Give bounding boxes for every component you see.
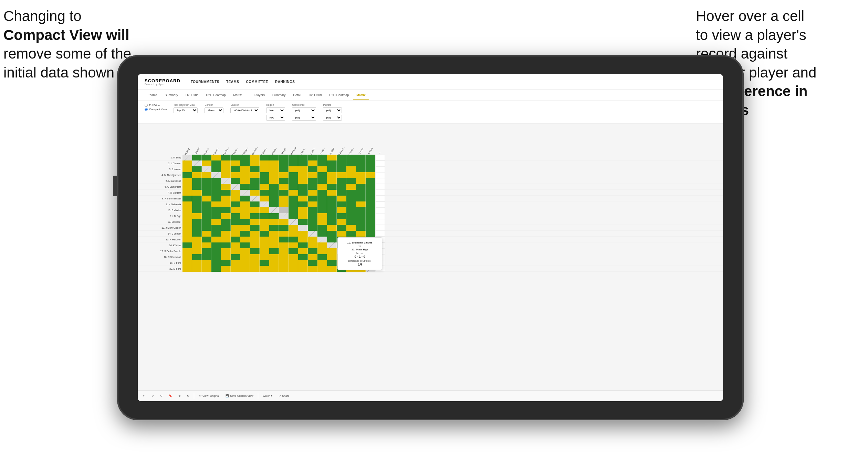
matrix-cell-8-9[interactable]: [269, 201, 279, 207]
matrix-cell-18-1[interactable]: [192, 260, 202, 266]
matrix-cell-17-15[interactable]: [327, 254, 337, 260]
matrix-cell-9-6[interactable]: [240, 207, 250, 213]
matrix-cell-5-20[interactable]: [375, 184, 385, 190]
matrix-cell-4-16[interactable]: [337, 178, 346, 184]
matrix-cell-13-7[interactable]: [250, 231, 260, 237]
matrix-cell-7-19[interactable]: [366, 196, 375, 201]
matrix-cell-7-6[interactable]: [240, 196, 250, 201]
matrix-cell-18-2[interactable]: [202, 260, 211, 266]
matrix-cell-12-8[interactable]: [260, 225, 269, 231]
nav-rankings[interactable]: RANKINGS: [275, 79, 295, 85]
matrix-cell-1-5[interactable]: [231, 160, 240, 166]
matrix-cell-11-5[interactable]: [231, 219, 240, 225]
matrix-cell-9-19[interactable]: [366, 207, 375, 213]
matrix-cell-11-10[interactable]: [279, 219, 289, 225]
matrix-cell-5-10[interactable]: [279, 184, 289, 190]
matrix-cell-19-8[interactable]: [260, 266, 269, 272]
matrix-cell-18-8[interactable]: [260, 260, 269, 266]
matrix-cell-0-15[interactable]: [327, 155, 337, 160]
matrix-cell-19-1[interactable]: [192, 266, 202, 272]
matrix-cell-1-11[interactable]: [289, 160, 298, 166]
matrix-cell-7-14[interactable]: [317, 196, 327, 201]
filter-max-players-select[interactable]: Top 25: [174, 107, 198, 113]
matrix-cell-7-2[interactable]: [202, 196, 211, 201]
matrix-cell-7-16[interactable]: [337, 196, 346, 201]
matrix-cell-6-0[interactable]: [182, 190, 192, 196]
matrix-cell-6-4[interactable]: [221, 190, 231, 196]
matrix-cell-13-18[interactable]: [356, 231, 366, 237]
matrix-cell-17-6[interactable]: [240, 254, 250, 260]
matrix-cell-13-20[interactable]: [375, 231, 385, 237]
matrix-cell-0-14[interactable]: [317, 155, 327, 160]
settings-button[interactable]: ⚙: [185, 393, 191, 398]
matrix-cell-18-7[interactable]: [250, 260, 260, 266]
matrix-cell-8-17[interactable]: [346, 201, 356, 207]
matrix-cell-16-8[interactable]: [260, 248, 269, 254]
matrix-cell-19-4[interactable]: [221, 266, 231, 272]
matrix-cell-4-12[interactable]: [298, 178, 308, 184]
matrix-cell-1-0[interactable]: [182, 160, 192, 166]
matrix-cell-16-3[interactable]: [211, 248, 221, 254]
filter-region-select[interactable]: N/A: [266, 107, 285, 113]
matrix-cell-7-8[interactable]: [260, 196, 269, 201]
matrix-cell-7-7[interactable]: [250, 196, 260, 201]
matrix-cell-4-5[interactable]: [231, 178, 240, 184]
filter-players-select2[interactable]: (All): [323, 115, 342, 121]
matrix-cell-11-1[interactable]: [192, 219, 202, 225]
matrix-cell-4-17[interactable]: [346, 178, 356, 184]
filter-division-select[interactable]: NCAA Division I: [230, 107, 259, 113]
matrix-cell-1-10[interactable]: [279, 160, 289, 166]
matrix-cell-16-1[interactable]: [192, 248, 202, 254]
matrix-cell-17-10[interactable]: [279, 254, 289, 260]
matrix-cell-19-12[interactable]: [298, 266, 308, 272]
matrix-cell-13-8[interactable]: [260, 231, 269, 237]
matrix-cell-17-8[interactable]: [260, 254, 269, 260]
matrix-cell-10-20[interactable]: [375, 213, 385, 219]
matrix-cell-7-3[interactable]: [211, 196, 221, 201]
matrix-cell-11-7[interactable]: [250, 219, 260, 225]
matrix-cell-6-2[interactable]: [202, 190, 211, 196]
tab-matrix-inner[interactable]: Matrix: [353, 91, 369, 100]
matrix-cell-3-0[interactable]: [182, 172, 192, 178]
matrix-cell-10-8[interactable]: [260, 213, 269, 219]
matrix-cell-0-8[interactable]: [260, 155, 269, 160]
matrix-cell-4-7[interactable]: [250, 178, 260, 184]
matrix-cell-19-5[interactable]: [231, 266, 240, 272]
matrix-cell-12-12[interactable]: [298, 225, 308, 231]
matrix-cell-0-19[interactable]: [366, 155, 375, 160]
matrix-cell-5-8[interactable]: [260, 184, 269, 190]
matrix-cell-5-12[interactable]: [298, 184, 308, 190]
matrix-cell-14-10[interactable]: [279, 237, 289, 242]
matrix-cell-18-4[interactable]: [221, 260, 231, 266]
matrix-cell-15-7[interactable]: [250, 242, 260, 248]
matrix-cell-9-7[interactable]: [250, 207, 260, 213]
matrix-cell-13-4[interactable]: [221, 231, 231, 237]
matrix-cell-3-19[interactable]: [366, 172, 375, 178]
matrix-cell-12-13[interactable]: [308, 225, 317, 231]
matrix-cell-7-18[interactable]: [356, 196, 366, 201]
matrix-cell-13-15[interactable]: [327, 231, 337, 237]
matrix-cell-2-4[interactable]: [221, 166, 231, 172]
matrix-cell-18-15[interactable]: [327, 260, 337, 266]
matrix-cell-12-19[interactable]: [366, 225, 375, 231]
matrix-cell-12-17[interactable]: [346, 225, 356, 231]
matrix-cell-14-13[interactable]: [308, 237, 317, 242]
matrix-cell-14-1[interactable]: [192, 237, 202, 242]
matrix-cell-12-15[interactable]: [327, 225, 337, 231]
matrix-cell-11-3[interactable]: [211, 219, 221, 225]
matrix-cell-17-2[interactable]: [202, 254, 211, 260]
matrix-cell-7-0[interactable]: [182, 196, 192, 201]
matrix-cell-18-12[interactable]: [298, 260, 308, 266]
matrix-cell-19-11[interactable]: [289, 266, 298, 272]
matrix-cell-15-5[interactable]: [231, 242, 240, 248]
matrix-cell-8-16[interactable]: [337, 201, 346, 207]
matrix-cell-1-17[interactable]: [346, 160, 356, 166]
matrix-cell-7-1[interactable]: [192, 196, 202, 201]
matrix-cell-10-7[interactable]: [250, 213, 260, 219]
tab-h2h-grid-inner[interactable]: H2H Grid: [305, 91, 325, 100]
matrix-cell-13-2[interactable]: [202, 231, 211, 237]
matrix-cell-3-15[interactable]: [327, 172, 337, 178]
tab-summary-outer[interactable]: Summary: [161, 91, 182, 100]
matrix-cell-8-13[interactable]: [308, 201, 317, 207]
matrix-cell-17-12[interactable]: [298, 254, 308, 260]
